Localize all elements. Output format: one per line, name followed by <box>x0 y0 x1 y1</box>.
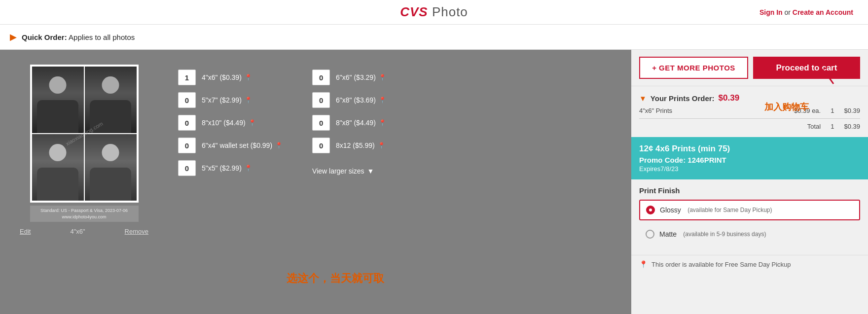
pin-icon-2: 📍 <box>249 119 256 126</box>
size-option-8: 0 8x12 ($5.99) 📍 <box>312 138 386 153</box>
print-finish-section: Print Finish Glossy (available for Same … <box>631 179 868 255</box>
proceed-to-cart-button[interactable]: Proceed to cart <box>753 57 860 79</box>
logo-cvs: CVS <box>400 4 428 19</box>
qty-box-5[interactable]: 0 <box>312 70 330 85</box>
order-line-item: 4"x6" Prints $0.39 ea. 1 $0.39 <box>639 107 860 114</box>
total-qty: 1 <box>831 123 834 130</box>
pickup-info: 📍 This order is available for Free Same … <box>631 255 868 273</box>
qty-box-6[interactable]: 0 <box>312 92 330 108</box>
site-logo: CVS Photo <box>400 4 468 20</box>
photo-size-label: 4"x6" <box>70 228 85 235</box>
total-price: $0.39 <box>844 123 860 130</box>
auth-links: Sign In or Create an Account <box>760 8 853 16</box>
glossy-subtext: (available for Same Day Pickup) <box>686 207 772 213</box>
head-2 <box>102 76 119 94</box>
finish-option-glossy[interactable]: Glossy (available for Same Day Pickup) <box>639 200 860 220</box>
chinese-annotation-cart: 加入购物车 <box>764 101 809 113</box>
auth-separator: or <box>784 8 792 16</box>
sign-in-link[interactable]: Sign In <box>760 8 783 16</box>
size-option-5: 0 6"x6" ($3.29) 📍 <box>312 70 386 85</box>
qty-box-7[interactable]: 0 <box>312 115 330 131</box>
edit-link[interactable]: Edit <box>20 228 31 235</box>
quick-order-label: Quick Order: <box>22 33 67 41</box>
radio-matte <box>646 230 654 239</box>
size-col-right: 0 6"x6" ($3.29) 📍 0 6"x8" ($3.69) 📍 0 8"… <box>312 70 386 235</box>
order-title-text: Your Prints Order: <box>651 94 715 103</box>
quick-order-description: Applies to all photos <box>69 33 135 41</box>
body-2 <box>90 100 131 134</box>
radio-glossy <box>646 206 655 214</box>
person-silhouette-1 <box>32 67 84 133</box>
photo-area: xiaoxiaoblog.com Standard: US - Passport… <box>0 50 631 314</box>
pin-icon-3: 📍 <box>275 142 283 149</box>
photo-actions: Edit 4"x6" Remove <box>20 228 148 235</box>
create-account-link[interactable]: Create an Account <box>793 8 853 16</box>
pin-icon-7: 📍 <box>379 119 386 126</box>
size-label-7: 8"x8" ($4.49) 📍 <box>336 119 386 127</box>
order-summary: ▼ Your Prints Order: $0.39 加入购物车 4"x6" P… <box>631 86 868 137</box>
person-silhouette-3 <box>32 134 84 201</box>
size-label-6: 6"x8" ($3.69) 📍 <box>336 96 386 104</box>
get-more-photos-button[interactable]: + GET MORE PHOTOS <box>639 57 748 79</box>
view-larger-text: View larger sizes <box>312 167 364 175</box>
head-4 <box>102 144 119 161</box>
person-silhouette-2 <box>85 67 137 133</box>
size-option-2: 0 8"x10" ($4.49) 📍 <box>178 115 283 131</box>
qty-box-3[interactable]: 0 <box>178 138 196 153</box>
qty-box-1[interactable]: 0 <box>178 92 196 108</box>
location-icon: 📍 <box>639 260 648 268</box>
quick-order-bar: ▶ Quick Order: Applies to all photos <box>0 25 868 50</box>
size-option-3: 0 6"x4" wallet set ($0.99) 📍 <box>178 138 283 153</box>
size-option-6: 0 6"x8" ($3.69) 📍 <box>312 92 386 108</box>
photo-cell-1 <box>32 67 84 133</box>
glossy-label: Glossy <box>660 206 681 214</box>
matte-subtext: (available in 5-9 business days) <box>682 231 766 238</box>
promo-title: 12¢ 4x6 Prints (min 75) <box>639 144 860 154</box>
size-option-4: 0 5"x5" ($2.99) 📍 <box>178 160 283 176</box>
pickup-text: This order is available for Free Same Da… <box>651 261 791 268</box>
qty-box-8[interactable]: 0 <box>312 138 330 153</box>
order-line-total: $0.39 <box>844 107 860 114</box>
view-larger-sizes[interactable]: View larger sizes ▼ <box>312 167 386 175</box>
qty-box-2[interactable]: 0 <box>178 115 196 131</box>
person-silhouette-4 <box>85 134 137 201</box>
pin-icon-8: 📍 <box>378 142 385 149</box>
total-label: Total <box>807 123 821 130</box>
photo-content: xiaoxiaoblog.com Standard: US - Passport… <box>20 65 612 235</box>
qty-box-4[interactable]: 0 <box>178 160 196 176</box>
size-option-0: 1 4"x6" ($0.39) 📍 <box>178 70 283 85</box>
photo-left: xiaoxiaoblog.com Standard: US - Passport… <box>20 65 148 235</box>
promo-expires: Expires7/8/23 <box>639 165 860 173</box>
head-1 <box>49 76 67 94</box>
collapse-icon: ▼ <box>639 94 647 103</box>
size-label-5: 6"x6" ($3.29) 📍 <box>336 73 386 81</box>
head-3 <box>49 144 67 161</box>
photo-cell-2 <box>85 67 137 133</box>
size-option-1: 0 5"x7" ($2.99) 📍 <box>178 92 283 108</box>
size-columns: 1 4"x6" ($0.39) 📍 0 5"x7" ($2.99) 📍 0 8"… <box>178 65 386 235</box>
action-buttons-row: + GET MORE PHOTOS Proceed to cart <box>631 50 868 86</box>
right-panel: + GET MORE PHOTOS Proceed to cart ▼ Your… <box>631 50 868 314</box>
order-total-price: $0.39 <box>719 93 740 103</box>
size-col-left: 1 4"x6" ($0.39) 📍 0 5"x7" ($2.99) 📍 0 8"… <box>178 70 283 235</box>
main-layout: xiaoxiaoblog.com Standard: US - Passport… <box>0 50 868 314</box>
photo-cell-4 <box>85 134 137 201</box>
size-label-4: 5"x5" ($2.99) 📍 <box>202 164 252 172</box>
photo-caption: Standard: US - Passport & Visa, 2023-07-… <box>30 206 139 222</box>
remove-link[interactable]: Remove <box>125 228 148 235</box>
qty-box-0[interactable]: 1 <box>178 70 196 85</box>
size-label-0: 4"x6" ($0.39) 📍 <box>202 73 252 81</box>
quick-order-text: Quick Order: Applies to all photos <box>22 33 135 41</box>
photo-cell-3 <box>32 134 84 201</box>
pin-icon-5: 📍 <box>379 74 386 81</box>
body-3 <box>37 168 78 201</box>
order-total-row: Total 1 $0.39 <box>639 123 860 130</box>
finish-option-matte[interactable]: Matte (available in 5-9 business days) <box>639 224 860 244</box>
promo-banner: 12¢ 4x6 Prints (min 75) Promo Code: 1246… <box>631 137 868 179</box>
size-label-3: 6"x4" wallet set ($0.99) 📍 <box>202 141 283 149</box>
pin-icon-1: 📍 <box>245 97 252 104</box>
size-label-1: 5"x7" ($2.99) 📍 <box>202 96 252 104</box>
pin-icon-6: 📍 <box>379 97 386 104</box>
order-item-name: 4"x6" Prints <box>639 107 672 114</box>
body-1 <box>37 100 78 134</box>
